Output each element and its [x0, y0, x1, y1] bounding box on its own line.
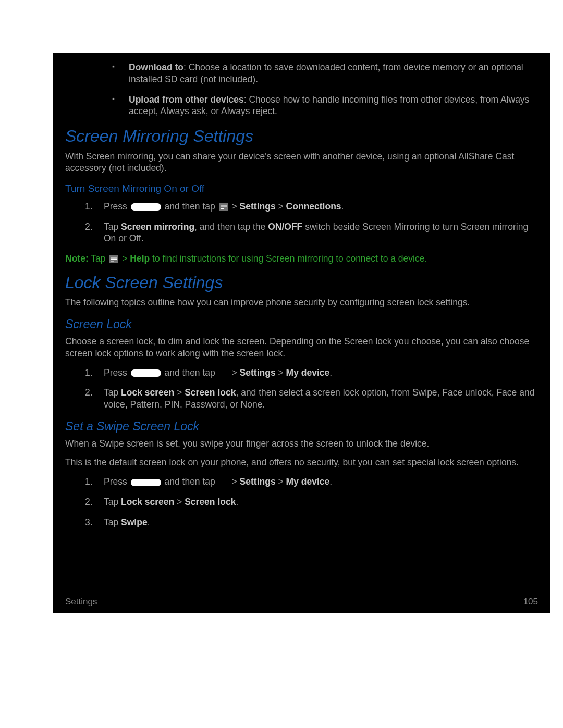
step-bold: ON/OFF [268, 221, 302, 232]
bullet-item: Upload from other devices: Choose how to… [106, 94, 538, 118]
step-text: Tap [104, 517, 121, 527]
step-bold: Swipe [121, 517, 148, 527]
svg-rect-8 [219, 369, 228, 377]
step-bold: My device [286, 476, 330, 487]
paragraph: This is the default screen lock on your … [65, 456, 538, 468]
list-item: 3. Tap Swipe. [85, 516, 538, 528]
step-text: . [148, 517, 150, 527]
step-text: and then tap [162, 201, 218, 212]
step-text: . [329, 367, 332, 378]
list-item: 1. Press and then tap > Settings > My de… [85, 367, 538, 379]
bullet-label: Download to [129, 62, 183, 72]
step-text: > [276, 201, 286, 212]
menu-icon [109, 255, 118, 263]
svg-rect-3 [221, 208, 224, 209]
list-item: 2. Tap Screen mirroring, and then tap th… [85, 221, 538, 245]
step-bold: Screen lock [185, 387, 236, 398]
note-text: Tap [89, 253, 108, 264]
step-text: Tap [104, 497, 121, 507]
step-text: Press [104, 201, 130, 212]
list-number: 1. [85, 367, 93, 379]
paragraph: Choose a screen lock, to dim and lock th… [65, 336, 538, 360]
paragraph: When a Swipe screen is set, you swipe yo… [65, 438, 538, 450]
bullet-list: Download to: Choose a location to save d… [106, 61, 538, 117]
step-text: Tap [104, 387, 121, 398]
list-item: 2. Tap Lock screen > Screen lock, and th… [85, 387, 538, 411]
list-item: 2. Tap Lock screen > Screen lock. [85, 496, 538, 508]
svg-rect-2 [221, 207, 227, 208]
step-text: > [174, 387, 185, 398]
step-text: . [329, 476, 332, 487]
step-bold: Settings [240, 201, 276, 212]
svg-rect-5 [111, 257, 117, 258]
list-item: 1. Press and then tap > Settings > My de… [85, 476, 538, 488]
heading-screen-mirroring: Screen Mirroring Settings [65, 126, 538, 147]
step-text: . [341, 201, 344, 212]
ordered-list: 1. Press and then tap > Settings > My de… [85, 367, 538, 411]
note-text: to find instructions for using Screen mi… [150, 253, 427, 264]
step-bold: Lock screen [121, 497, 174, 507]
step-text: > [276, 367, 286, 378]
home-button-icon [131, 479, 161, 486]
step-text: Press [104, 367, 130, 378]
step-text: > [276, 476, 286, 487]
step-bold: Lock screen [121, 387, 174, 398]
footer-section: Settings [65, 596, 97, 608]
step-text: > [229, 476, 240, 487]
step-bold: Connections [286, 201, 341, 212]
svg-rect-6 [111, 259, 117, 260]
list-number: 2. [85, 496, 93, 508]
svg-rect-7 [111, 261, 114, 262]
step-text: > [229, 367, 240, 378]
list-number: 1. [85, 201, 93, 213]
list-number: 2. [85, 387, 93, 399]
step-text: and then tap [162, 367, 218, 378]
svg-rect-1 [221, 205, 227, 206]
menu-icon [219, 369, 228, 377]
ordered-list: 1. Press and then tap > Settings > My de… [85, 476, 538, 528]
step-text: Tap [104, 221, 121, 232]
note-line: Note: Tap > Help to find instructions fo… [65, 253, 538, 265]
list-item: 1. Press and then tap > Settings > Conne… [85, 201, 538, 213]
note-label: Note: [65, 253, 89, 264]
document-page: Download to: Choose a location to save d… [53, 53, 550, 613]
heading-turn-mirroring: Turn Screen Mirroring On or Off [65, 182, 538, 195]
ordered-list: 1. Press and then tap > Settings > Conne… [85, 201, 538, 244]
list-number: 1. [85, 476, 93, 488]
heading-lock-screen: Lock Screen Settings [65, 272, 538, 294]
heading-swipe-lock: Set a Swipe Screen Lock [65, 419, 538, 435]
step-text: . [236, 497, 238, 507]
bullet-label: Upload from other devices [129, 94, 244, 105]
step-text: > [229, 201, 240, 212]
home-button-icon [131, 203, 161, 211]
menu-icon [219, 203, 228, 211]
page-footer: Settings 105 [65, 596, 538, 608]
step-text: , and then tap the [194, 221, 268, 232]
note-text: > [119, 253, 130, 264]
heading-screen-lock: Screen Lock [65, 317, 538, 332]
paragraph: With Screen mirroring, you can share you… [65, 151, 538, 175]
step-bold: My device [286, 367, 330, 378]
footer-page-number: 105 [523, 596, 538, 608]
bullet-text: : Choose a location to save downloaded c… [129, 62, 523, 84]
bullet-item: Download to: Choose a location to save d… [106, 61, 538, 85]
menu-icon [219, 479, 228, 486]
step-bold: Screen mirroring [121, 221, 194, 232]
step-text: > [174, 497, 185, 507]
paragraph: The following topics outline how you can… [65, 297, 538, 309]
home-button-icon [131, 369, 161, 377]
step-bold: Settings [240, 367, 276, 378]
step-bold: Screen lock [185, 497, 236, 507]
svg-rect-9 [219, 479, 228, 486]
list-number: 2. [85, 221, 93, 233]
step-bold: Settings [240, 476, 276, 487]
step-text: Press [104, 476, 130, 487]
note-bold: Help [130, 253, 150, 264]
step-text: and then tap [162, 476, 218, 487]
list-number: 3. [85, 516, 93, 528]
